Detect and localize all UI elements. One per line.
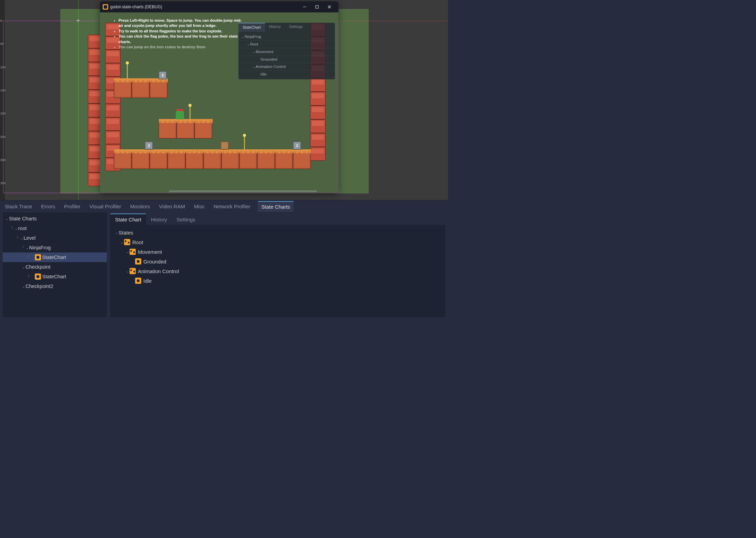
platform-upper bbox=[114, 81, 167, 98]
ruler-label: 350 bbox=[0, 181, 6, 185]
game-debug-window[interactable]: godot-state-charts (DEBUG) Press Left+Ri… bbox=[100, 1, 338, 193]
svg-rect-1 bbox=[316, 6, 318, 8]
ruler-label: 300 bbox=[0, 158, 6, 162]
tree-row[interactable]: └⌄Level bbox=[3, 233, 107, 243]
game-instructions: Press Left+Right to move, Space to jump.… bbox=[115, 18, 243, 50]
iron-crate[interactable]: 3 bbox=[145, 141, 153, 150]
debug-tree-item[interactable]: ⌄Root bbox=[238, 41, 335, 48]
debug-tree-item[interactable]: Grounded bbox=[238, 56, 335, 63]
statechart-icon bbox=[35, 273, 41, 280]
debug-tab-history[interactable]: History bbox=[265, 23, 285, 32]
debug-tab-settings[interactable]: Settings bbox=[285, 23, 307, 32]
state-row[interactable]: ⌄Movement bbox=[113, 247, 442, 257]
flagpole[interactable] bbox=[190, 105, 191, 119]
state-row[interactable]: Grounded bbox=[113, 257, 442, 266]
window-title: godot-state-charts (DEBUG) bbox=[110, 4, 298, 9]
tab-profiler[interactable]: Profiler bbox=[63, 201, 82, 211]
state-chart-panel: State Chart History Settings ⌄States⌄Roo… bbox=[110, 212, 445, 317]
ruler-label: 150 bbox=[0, 89, 6, 92]
platform-mid bbox=[159, 122, 212, 139]
debug-tree-item[interactable]: ⌄NinjaFrog bbox=[238, 33, 335, 41]
vertical-ruler: 0 50 100 150 200 250 300 350 bbox=[0, 0, 5, 200]
ruler-label: 50 bbox=[0, 42, 4, 46]
maximize-button[interactable] bbox=[311, 2, 323, 12]
flagpole[interactable] bbox=[127, 62, 128, 79]
tab-monitors[interactable]: Monitors bbox=[129, 201, 152, 211]
state-row[interactable]: ⌄Animation Control bbox=[113, 266, 442, 276]
debug-tab-statechart[interactable]: StateChart bbox=[238, 23, 265, 32]
inner-tab-history[interactable]: History bbox=[146, 214, 172, 225]
debugger-tabs: Stack Trace Errors Profiler Visual Profi… bbox=[0, 200, 448, 212]
debugger-body: ⌄State Charts└⌄root└⌄Level└⌄NinjaFrog└St… bbox=[0, 212, 448, 317]
debug-tree-item[interactable]: ⌄Movement bbox=[238, 48, 335, 56]
debug-tree-item[interactable]: Idle bbox=[238, 71, 335, 78]
ruler-label: 200 bbox=[0, 112, 6, 115]
wooden-crate[interactable] bbox=[221, 141, 229, 150]
atomic-state-icon bbox=[135, 278, 141, 284]
close-button[interactable] bbox=[323, 2, 336, 12]
atomic-state-icon bbox=[135, 258, 141, 265]
inner-tab-settings[interactable]: Settings bbox=[172, 214, 200, 225]
state-chart-tabs: State Chart History Settings bbox=[110, 212, 445, 225]
compound-state-icon bbox=[130, 268, 136, 274]
tab-misc[interactable]: Misc bbox=[193, 201, 206, 211]
tree-row[interactable]: └⌄root bbox=[3, 223, 107, 233]
tab-visual-profiler[interactable]: Visual Profiler bbox=[88, 201, 123, 211]
ninja-frog-player[interactable] bbox=[176, 111, 184, 119]
origin-cross-icon bbox=[76, 19, 80, 22]
instruction-line: You can click the flag poles, the box an… bbox=[119, 34, 243, 44]
platform-ground bbox=[114, 152, 311, 169]
debug-tree: ⌄NinjaFrog ⌄Root ⌄Movement Grounded ⌄Ani… bbox=[238, 32, 335, 79]
state-row[interactable]: Idle bbox=[113, 276, 442, 286]
viewport: 0 50 100 150 200 250 300 350 godot-state… bbox=[0, 0, 448, 200]
scene-tree-panel[interactable]: ⌄State Charts└⌄root└⌄Level└⌄NinjaFrog└St… bbox=[3, 212, 107, 317]
tree-row[interactable]: ⌄State Charts bbox=[3, 214, 107, 223]
game-content[interactable]: Press Left+Right to move, Space to jump.… bbox=[100, 12, 338, 193]
tree-row[interactable]: ⌄Checkpoint bbox=[3, 262, 107, 272]
tree-row[interactable]: ⌄Checkpoint2 bbox=[3, 281, 107, 291]
debugger-panel: Stack Trace Errors Profiler Visual Profi… bbox=[0, 200, 448, 317]
game-titlebar[interactable]: godot-state-charts (DEBUG) bbox=[100, 1, 338, 12]
tree-row[interactable]: └⌄NinjaFrog bbox=[3, 243, 107, 252]
tab-video-ram[interactable]: Video RAM bbox=[157, 201, 186, 211]
instruction-line: Try to walk to all three flagpoles to ma… bbox=[119, 29, 243, 34]
minimize-button[interactable] bbox=[298, 2, 311, 12]
in-game-debug-panel[interactable]: StateChart History Settings ⌄NinjaFrog ⌄… bbox=[238, 23, 335, 79]
origin-vertical-line bbox=[78, 0, 79, 200]
instruction-line: You can jump on the iron crates to destr… bbox=[119, 44, 243, 50]
ruler-label: 250 bbox=[0, 135, 6, 139]
godot-icon bbox=[103, 4, 108, 10]
iron-crate[interactable]: 3 bbox=[293, 141, 301, 150]
inner-tab-state-chart[interactable]: State Chart bbox=[110, 213, 146, 225]
tree-row[interactable]: └StateChart bbox=[3, 272, 107, 281]
tab-stack-trace[interactable]: Stack Trace bbox=[3, 201, 33, 211]
state-row[interactable]: ⌄Root bbox=[113, 237, 442, 247]
statechart-icon bbox=[35, 254, 41, 260]
instruction-line: Press Left+Right to move, Space to jump.… bbox=[119, 18, 243, 29]
tab-state-charts[interactable]: State Charts bbox=[258, 201, 293, 212]
iron-crate[interactable]: 3 bbox=[159, 71, 167, 79]
state-row[interactable]: ⌄States bbox=[113, 228, 442, 237]
flagpole[interactable] bbox=[244, 135, 245, 149]
tab-network-profiler[interactable]: Network Profiler bbox=[212, 201, 252, 211]
tab-errors[interactable]: Errors bbox=[40, 201, 57, 211]
horizontal-scrollbar[interactable] bbox=[169, 190, 317, 192]
compound-state-icon bbox=[124, 239, 130, 245]
states-tree[interactable]: ⌄States⌄Root⌄MovementGrounded⌄Animation … bbox=[110, 225, 445, 317]
tree-row[interactable]: └StateChart bbox=[3, 252, 107, 262]
ruler-label: 100 bbox=[0, 66, 6, 69]
debug-tree-item[interactable]: ⌄Animation Control bbox=[238, 63, 335, 71]
compound-state-icon bbox=[130, 249, 136, 255]
debug-panel-tabs: StateChart History Settings bbox=[238, 23, 335, 32]
